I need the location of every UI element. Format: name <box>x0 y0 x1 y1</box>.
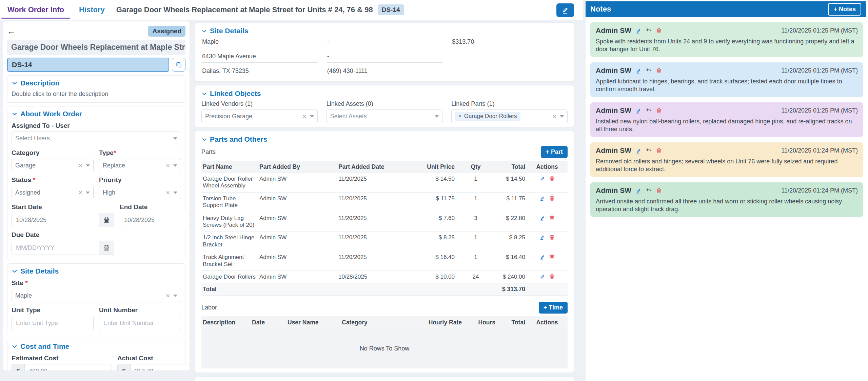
clear-icon[interactable]: × <box>78 162 82 169</box>
table-row: 1/2 inch Steel Hinge Bracket Admin SW 11… <box>201 232 568 251</box>
chevron-down-icon <box>173 137 177 140</box>
edit-part-button[interactable] <box>539 176 546 182</box>
note-timestamp: 11/20/2025 01:24 PM (MST) <box>781 147 858 154</box>
edit-note-button[interactable] <box>635 147 642 154</box>
note-timestamp: 11/20/2025 01:25 PM (MST) <box>781 67 858 74</box>
add-notes-button[interactable]: + Notes <box>828 3 861 16</box>
work-order-title: Garage Door Wheels Replacement at Maple … <box>116 5 373 14</box>
clear-icon[interactable]: × <box>166 189 170 196</box>
status-select[interactable]: Assigned × <box>12 186 94 199</box>
description-header-label: Description <box>20 79 60 87</box>
edit-note-button[interactable] <box>635 67 642 74</box>
edit-note-button[interactable] <box>635 187 642 194</box>
estimated-cost-input[interactable] <box>25 364 112 371</box>
type-select[interactable]: Replace × <box>99 159 181 172</box>
work-order-app: Work Order Info History Garage Door Whee… <box>0 0 868 381</box>
edit-part-button[interactable] <box>539 234 546 240</box>
back-button[interactable]: ← <box>7 27 16 36</box>
delete-part-button[interactable] <box>549 234 555 240</box>
assigned-to-label: Assigned To - User <box>12 122 181 129</box>
parts-label: Parts <box>201 148 216 156</box>
reply-note-button[interactable] <box>646 147 652 154</box>
clear-icon[interactable]: × <box>166 292 170 299</box>
edit-part-button[interactable] <box>539 195 546 201</box>
site-details-section-header[interactable]: Site Details <box>12 267 181 275</box>
edit-part-button[interactable] <box>539 215 546 221</box>
reply-note-button[interactable] <box>646 67 652 74</box>
delete-note-button[interactable] <box>656 147 662 154</box>
add-time-button[interactable]: + Time <box>539 302 568 314</box>
unit-number-input[interactable] <box>99 316 181 330</box>
col-labor-total: Total <box>497 319 527 326</box>
edit-note-button[interactable] <box>635 107 642 114</box>
add-part-button[interactable]: + Part <box>541 146 568 158</box>
linked-parts-select[interactable]: × Garage Door Rollers × <box>451 109 568 123</box>
description-placeholder[interactable]: Double click to enter the description <box>12 91 181 98</box>
work-order-id-input[interactable] <box>7 58 169 72</box>
category-select[interactable]: Garage × <box>12 159 94 172</box>
col-description: Description <box>201 319 251 326</box>
site-name-value: Maple <box>201 38 318 48</box>
delete-part-button[interactable] <box>549 215 555 221</box>
col-labor-actions: Actions <box>527 319 568 326</box>
tab-work-order-info[interactable]: Work Order Info <box>0 0 72 20</box>
calendar-icon <box>103 244 110 251</box>
due-date-calendar-button[interactable] <box>99 241 114 255</box>
delete-part-button[interactable] <box>549 274 555 280</box>
site-city-value: Dallas, TX 75235 <box>201 67 318 77</box>
reply-note-button[interactable] <box>646 27 652 34</box>
parts-and-others-header[interactable]: Parts and Others <box>201 135 568 143</box>
assigned-to-select[interactable]: Select Users <box>12 132 181 145</box>
edit-part-button[interactable] <box>539 254 546 260</box>
table-row: Heavy Duty Lag Screws (Pack of 20) Admin… <box>201 212 568 232</box>
due-date-input[interactable] <box>12 241 99 255</box>
site-address-value: 6430 Maple Avenue <box>201 52 318 63</box>
reply-note-button[interactable] <box>646 107 652 114</box>
end-date-input[interactable] <box>120 213 190 227</box>
start-date-label: Start Date <box>12 203 114 211</box>
copy-id-button[interactable] <box>172 58 185 72</box>
start-date-calendar-button[interactable] <box>99 213 114 227</box>
status-badge: Assigned <box>148 26 185 37</box>
delete-part-button[interactable] <box>549 195 555 201</box>
priority-label: Priority <box>99 176 181 184</box>
start-date-input[interactable] <box>12 213 99 227</box>
table-row: Torsion Tube Support Plate Admin SW 11/2… <box>201 193 568 212</box>
edit-note-button[interactable] <box>635 27 642 34</box>
site-select[interactable]: Maple × <box>12 289 181 302</box>
site-details-card-header[interactable]: Site Details <box>201 27 568 35</box>
cost-and-time-section-header[interactable]: Cost and Time <box>12 342 181 350</box>
delete-note-button[interactable] <box>656 187 662 194</box>
clear-icon[interactable]: × <box>552 113 556 120</box>
delete-part-button[interactable] <box>549 176 555 182</box>
tab-history[interactable]: History <box>72 0 112 20</box>
priority-select[interactable]: High × <box>99 186 181 199</box>
about-section-header[interactable]: About Work Order <box>12 110 181 118</box>
chevron-down-icon <box>173 192 177 194</box>
category-value: Garage <box>15 162 78 169</box>
linked-vendors-select[interactable]: Precision Garage × <box>201 109 318 123</box>
chevron-down-icon <box>12 343 18 349</box>
delete-note-button[interactable] <box>656 107 662 114</box>
description-section-header[interactable]: Description <box>12 79 181 87</box>
about-work-order-section: About Work Order Assigned To - User Sele… <box>7 106 185 260</box>
chip-close-icon[interactable]: × <box>458 113 461 119</box>
clear-icon[interactable]: × <box>166 162 170 169</box>
linked-objects-header[interactable]: Linked Objects <box>201 89 568 98</box>
reply-note-button[interactable] <box>646 187 652 194</box>
edit-work-order-button[interactable] <box>556 3 574 17</box>
delete-part-button[interactable] <box>549 254 555 260</box>
clear-icon[interactable]: × <box>78 189 82 196</box>
delete-note-button[interactable] <box>656 67 662 74</box>
actual-cost-input[interactable] <box>131 364 190 371</box>
unit-type-input[interactable] <box>12 316 94 330</box>
site-empty-value <box>451 67 568 77</box>
work-order-name-field[interactable]: Garage Door Wheels Replacement at Maple … <box>7 40 185 55</box>
status-label: Status * <box>12 176 94 184</box>
site-label: Site * <box>12 279 181 287</box>
delete-note-button[interactable] <box>656 27 662 34</box>
col-hours: Hours <box>463 319 497 326</box>
clear-icon[interactable]: × <box>302 113 307 120</box>
linked-assets-select[interactable]: Select Assets <box>327 109 443 123</box>
edit-part-button[interactable] <box>539 274 546 280</box>
